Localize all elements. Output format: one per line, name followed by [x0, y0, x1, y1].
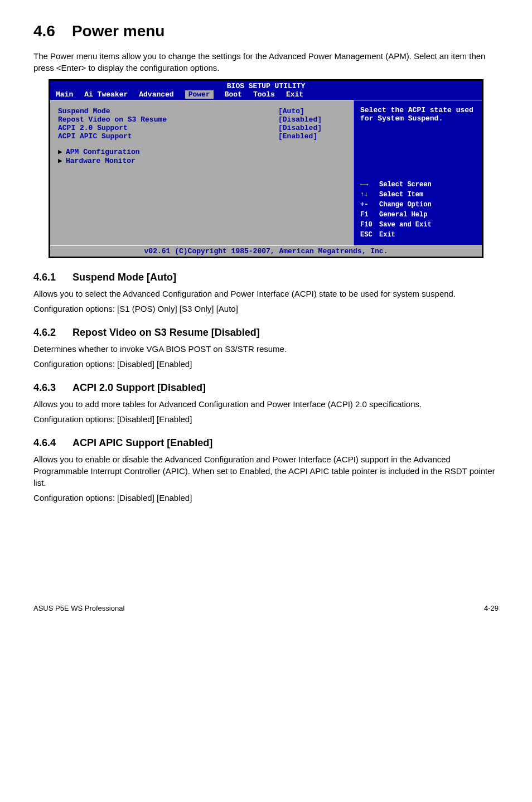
help-key-desc: Select Screen	[379, 181, 432, 189]
bios-row: ACPI APIC Support [Enabled]	[58, 132, 345, 141]
subsection-config-options: Configuration options: [Disabled] [Enabl…	[33, 358, 499, 370]
bios-row: ACPI 2.0 Support [Disabled]	[58, 124, 345, 132]
subsection-number: 4.6.2	[33, 327, 72, 339]
help-key: F1	[360, 210, 379, 220]
subsection-heading: 4.6.2Repost Video on S3 Resume [Disabled…	[33, 327, 499, 339]
help-key-desc: Exit	[379, 231, 395, 239]
bios-title: BIOS SETUP UTILITY	[50, 81, 482, 90]
bios-option-value: [Enabled]	[278, 132, 345, 141]
bios-submenu-item: ▶Hardware Monitor	[58, 156, 345, 165]
subsection-paragraph: Allows you to add more tables for Advanc…	[33, 398, 499, 410]
help-key-desc: Select Item	[379, 191, 423, 199]
help-key: F10	[360, 220, 379, 230]
help-key-icon: ↑↓	[360, 190, 379, 200]
subsection-paragraph: Allows you to select the Advanced Config…	[33, 288, 499, 299]
bios-screenshot: BIOS SETUP UTILITY Main Ai Tweaker Advan…	[49, 79, 483, 258]
section-heading: Power menu	[72, 22, 165, 40]
help-key: +-	[360, 200, 379, 210]
subsection-title: ACPI 2.0 Support [Disabled]	[72, 382, 206, 393]
subsection-heading: 4.6.1Suspend Mode [Auto]	[33, 272, 499, 283]
bios-tab-advanced: Advanced	[139, 90, 173, 99]
subsection-heading: 4.6.4ACPI APIC Support [Enabled]	[33, 437, 499, 449]
bios-option-label: Repost Video on S3 Resume	[58, 115, 278, 124]
intro-paragraph: The Power menu items allow you to change…	[33, 50, 499, 74]
subsection-title: Repost Video on S3 Resume [Disabled]	[72, 327, 260, 338]
bios-tab-power: Power	[185, 90, 214, 99]
bios-left-pane: Suspend Mode [Auto] Repost Video on S3 R…	[50, 100, 354, 245]
bios-submenu-item: ▶APM Configuration	[58, 147, 345, 156]
subsection-paragraph: Determines whether to invoke VGA BIOS PO…	[33, 343, 499, 355]
bios-tab-bar: Main Ai Tweaker Advanced Power Boot Tool…	[50, 90, 482, 100]
section-title: 4.6Power menu	[33, 22, 499, 40]
triangle-right-icon: ▶	[58, 147, 66, 156]
triangle-right-icon: ▶	[58, 156, 66, 165]
bios-option-label: Suspend Mode	[58, 107, 278, 115]
help-key-desc: Save and Exit	[379, 221, 432, 229]
subsection-title: ACPI APIC Support [Enabled]	[72, 437, 212, 448]
bios-tab-main: Main	[56, 90, 73, 99]
bios-tab-exit: Exit	[286, 90, 303, 99]
footer-page-number: 4-29	[484, 604, 499, 612]
bios-option-value: [Disabled]	[278, 124, 345, 132]
bios-option-label: ACPI APIC Support	[58, 132, 278, 141]
bios-submenu-label: Hardware Monitor	[66, 157, 136, 165]
bios-option-label: ACPI 2.0 Support	[58, 124, 278, 132]
help-key-desc: Change Option	[379, 201, 432, 209]
bios-option-value: [Disabled]	[278, 115, 345, 124]
bios-row: Suspend Mode [Auto]	[58, 107, 345, 115]
footer-left: ASUS P5E WS Professional	[33, 604, 124, 612]
bios-tab-boot: Boot	[225, 90, 242, 99]
help-key-desc: General Help	[379, 211, 427, 219]
bios-help-text: Select the ACPI state used for System Su…	[360, 106, 475, 123]
bios-body: Suspend Mode [Auto] Repost Video on S3 R…	[50, 100, 482, 245]
help-key-icon: ←→	[360, 180, 379, 190]
section-number: 4.6	[33, 22, 55, 40]
page-footer: ASUS P5E WS Professional 4-29	[33, 604, 499, 612]
subsection-config-options: Configuration options: [Disabled] [Enabl…	[33, 413, 499, 425]
bios-help-keys: ←→Select Screen ↑↓Select Item +-Change O…	[360, 180, 475, 240]
subsection-title: Suspend Mode [Auto]	[72, 272, 176, 283]
subsection-number: 4.6.3	[33, 382, 72, 394]
bios-submenu-group: ▶APM Configuration ▶Hardware Monitor	[58, 147, 345, 165]
bios-tab-tools: Tools	[253, 90, 275, 99]
subsection-number: 4.6.1	[33, 272, 72, 283]
subsection-config-options: Configuration options: [S1 (POS) Only] […	[33, 303, 499, 315]
help-key: ESC	[360, 230, 379, 240]
subsection-config-options: Configuration options: [Disabled] [Enabl…	[33, 492, 499, 504]
subsection-number: 4.6.4	[33, 437, 72, 449]
bios-option-value: [Auto]	[278, 107, 345, 115]
subsection-paragraph: Allows you to enable or disable the Adva…	[33, 453, 499, 489]
bios-submenu-label: APM Configuration	[66, 148, 140, 156]
bios-row: Repost Video on S3 Resume [Disabled]	[58, 115, 345, 124]
bios-tab-ai-tweaker: Ai Tweaker	[84, 90, 128, 99]
subsection-heading: 4.6.3ACPI 2.0 Support [Disabled]	[33, 382, 499, 394]
bios-right-pane: Select the ACPI state used for System Su…	[354, 100, 482, 245]
bios-footer: v02.61 (C)Copyright 1985-2007, American …	[50, 245, 482, 257]
